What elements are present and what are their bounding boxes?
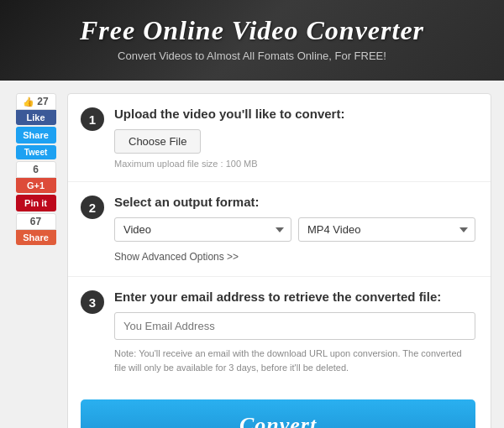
pinterest-button[interactable]: Pin it — [16, 195, 56, 211]
reddit-widget: 67 Share — [16, 213, 56, 245]
convert-button[interactable]: Convert — [81, 399, 475, 428]
format-type-select[interactable]: Video Audio Image — [114, 217, 291, 242]
step-3-content: Enter your email address to retrieve the… — [114, 290, 475, 374]
page-header: Free Online Video Converter Convert Vide… — [0, 0, 504, 81]
step-2-number: 2 — [81, 196, 104, 219]
step-2-content: Select an output format: Video Audio Ima… — [114, 195, 475, 264]
step-2: 2 Select an output format: Video Audio I… — [68, 182, 491, 277]
step-1: 1 Upload the video you'll like to conver… — [68, 94, 491, 182]
convert-section: Convert — [68, 387, 491, 428]
advanced-options-link[interactable]: Show Advanced Options >> — [114, 251, 239, 263]
like-count: 👍 27 — [16, 93, 56, 110]
page-subtitle: Convert Videos to Almost All Fomats Onli… — [17, 50, 487, 62]
pinterest-widget: Pin it — [16, 195, 56, 211]
twitter-tweet-button[interactable]: Tweet — [16, 145, 56, 159]
page-title: Free Online Video Converter — [17, 15, 487, 46]
main-area: 👍 27 Like Share Tweet 6 G+1 Pin it 67 Sh — [0, 81, 504, 428]
step-1-number: 1 — [81, 107, 104, 131]
gplus-button[interactable]: G+1 — [16, 178, 56, 193]
file-size-note: Maximum upload file size : 100 MB — [114, 159, 475, 169]
step-1-content: Upload the video you'll like to convert:… — [114, 107, 475, 169]
content-panel: 1 Upload the video you'll like to conver… — [67, 93, 491, 428]
facebook-like-button[interactable]: Like — [16, 110, 56, 125]
step-3-label: Enter your email address to retrieve the… — [114, 290, 475, 304]
format-selects-container: Video Audio Image MP4 Video AVI Video MO… — [114, 217, 475, 242]
social-sidebar: 👍 27 Like Share Tweet 6 G+1 Pin it 67 Sh — [13, 93, 59, 428]
thumbs-up-icon: 👍 — [23, 97, 34, 107]
twitter-share-button[interactable]: Share — [16, 127, 56, 144]
reddit-share-button[interactable]: Share — [16, 230, 56, 245]
email-note: Note: You'll receive an email with the d… — [114, 347, 475, 374]
gplus-count: 6 — [16, 161, 56, 178]
step-1-label: Upload the video you'll like to convert: — [114, 107, 475, 121]
share-widget: Share Tweet — [16, 127, 56, 159]
reddit-count: 67 — [16, 213, 56, 230]
gplus-widget: 6 G+1 — [16, 161, 56, 193]
step-2-label: Select an output format: — [114, 195, 475, 209]
output-format-select[interactable]: MP4 Video AVI Video MOV Video WMV Video … — [298, 217, 475, 242]
email-input[interactable] — [114, 312, 475, 340]
step-3-number: 3 — [81, 290, 104, 314]
choose-file-button[interactable]: Choose File — [114, 129, 201, 154]
like-widget: 👍 27 Like — [16, 93, 56, 125]
step-3: 3 Enter your email address to retrieve t… — [68, 277, 491, 387]
